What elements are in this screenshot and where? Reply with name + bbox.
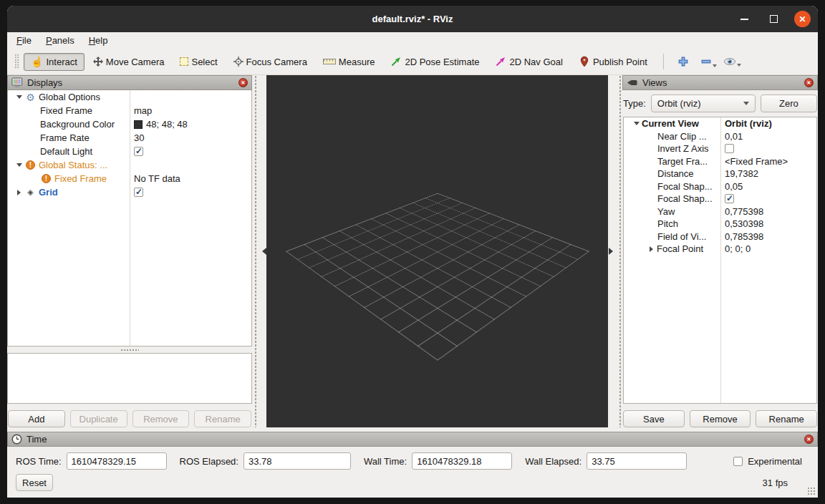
property-value-cell: map <box>130 105 251 116</box>
wall-elapsed-input[interactable] <box>587 452 687 470</box>
tool-move-camera[interactable]: Move Camera <box>86 53 172 71</box>
views-panel-header: Views <box>622 75 818 90</box>
views-tree: Current ViewOrbit (rviz)Near Clip ...0,0… <box>623 117 817 404</box>
experimental-checkbox[interactable] <box>733 457 743 466</box>
right-panel-splitter[interactable] <box>608 75 622 427</box>
property-name-cell: Focal Shap... <box>624 193 720 204</box>
displays-close-button[interactable] <box>238 78 248 87</box>
reset-button[interactable]: Reset <box>16 474 53 491</box>
ros-time-field: ROS Time: <box>16 452 167 470</box>
add-tool-button[interactable] <box>672 53 694 70</box>
property-row-frame-rate[interactable]: Frame Rate30 <box>8 131 251 145</box>
splitter-dots <box>120 349 139 352</box>
property-row-invert-z-axis[interactable]: Invert Z Axis <box>624 142 816 155</box>
property-value-cell: 48; 48; 48 <box>130 119 251 130</box>
chevron-down-icon <box>713 64 717 69</box>
tool-visibility-button[interactable] <box>718 54 741 69</box>
property-row-focal-point[interactable]: Focal Point0; 0; 0 <box>624 243 816 256</box>
tool-2d-pose-estimate[interactable]: 2D Pose Estimate <box>383 52 486 71</box>
property-row-yaw[interactable]: Yaw0,775398 <box>624 205 816 218</box>
property-row-grid[interactable]: ◈Grid <box>8 185 251 199</box>
tool-focus-camera[interactable]: Focus Camera <box>226 53 314 71</box>
menu-item-panels[interactable]: Panels <box>46 35 74 46</box>
property-row-near-clip[interactable]: Near Clip ...0,01 <box>624 130 816 143</box>
tool-2d-nav-goal[interactable]: 2D Nav Goal <box>488 52 569 71</box>
property-row-background-color[interactable]: Background Color48; 48; 48 <box>8 117 251 131</box>
3d-viewport[interactable] <box>266 75 608 427</box>
property-value-cell: 0; 0; 0 <box>720 243 816 254</box>
add-button[interactable]: Add <box>8 410 65 427</box>
collapse-left-arrow-icon[interactable] <box>259 248 266 255</box>
property-row-default-light[interactable]: Default Light <box>8 145 251 158</box>
view-type-value: Orbit (rviz) <box>657 98 743 109</box>
property-row-pitch[interactable]: Pitch0,530398 <box>624 218 816 231</box>
tool-interact[interactable]: ☝Interact <box>24 53 85 71</box>
property-row-global-status[interactable]: Global Status: ... <box>8 158 251 172</box>
property-value-cell <box>130 188 251 197</box>
window-title: default.rviz* - RViz <box>372 14 453 24</box>
expander-open-icon[interactable] <box>14 160 24 170</box>
property-row-field-of-vi[interactable]: Field of Vi...0,785398 <box>624 231 816 243</box>
close-button[interactable]: ✕ <box>794 11 811 27</box>
menu-item-file[interactable]: File <box>16 35 32 46</box>
property-name: Background Color <box>40 119 115 130</box>
property-name: Current View <box>642 118 699 129</box>
views-close-button[interactable] <box>804 78 814 87</box>
property-name: Fixed Frame <box>54 173 107 184</box>
property-row-distance[interactable]: Distance19,7382 <box>624 168 816 180</box>
collapse-right-arrow-icon[interactable] <box>609 248 617 255</box>
left-panel-splitter[interactable] <box>252 75 266 427</box>
tool-measure[interactable]: Measure <box>316 53 382 71</box>
property-row-target-fra[interactable]: Target Fra...<Fixed Frame> <box>624 155 816 168</box>
expander-closed-icon[interactable] <box>646 246 657 252</box>
pose-arrow-icon <box>390 56 402 67</box>
property-row-fixed-frame[interactable]: Fixed Framemap <box>8 104 251 117</box>
property-name: Fixed Frame <box>40 105 92 116</box>
views-camera-icon <box>627 77 638 88</box>
property-checkbox[interactable] <box>725 144 734 153</box>
property-row-focal-shap[interactable]: Focal Shap... <box>624 193 816 205</box>
property-checkbox[interactable] <box>134 188 143 197</box>
tool-publish-point[interactable]: Publish Point <box>571 52 655 71</box>
expander-open-icon[interactable] <box>631 119 642 128</box>
property-name: Grid <box>39 187 58 198</box>
property-name: Near Clip ... <box>657 131 707 142</box>
maximize-button[interactable] <box>765 11 782 28</box>
toolbar-drag-handle[interactable] <box>14 54 19 69</box>
ros-elapsed-input[interactable] <box>243 452 351 470</box>
wall-time-input[interactable] <box>412 452 512 470</box>
displays-splitter-handle[interactable] <box>7 346 252 353</box>
remove-button[interactable]: Remove <box>690 410 751 427</box>
property-name-cell: Fixed Frame <box>8 173 130 184</box>
property-name: Invert Z Axis <box>657 143 709 154</box>
property-row-current-view[interactable]: Current ViewOrbit (rviz) <box>624 117 816 130</box>
property-name-cell: Yaw <box>624 206 720 217</box>
tool-label: Focus Camera <box>246 57 307 67</box>
expander-open-icon[interactable] <box>14 92 24 102</box>
menu-item-help[interactable]: Help <box>89 35 108 46</box>
resize-grip[interactable] <box>807 487 816 495</box>
property-row-fixed-frame[interactable]: Fixed FrameNo TF data <box>8 172 251 185</box>
rename-button[interactable]: Rename <box>756 410 817 427</box>
ros-time-input[interactable] <box>67 452 167 470</box>
property-name: Focal Shap... <box>657 193 713 204</box>
minimize-button[interactable] <box>735 11 753 28</box>
property-name-cell: Background Color <box>8 119 130 130</box>
tool-select[interactable]: Select <box>173 53 224 71</box>
ground-grid <box>285 193 589 361</box>
remove-tool-button[interactable] <box>695 53 717 70</box>
property-row-focal-shap[interactable]: Focal Shap...0,05 <box>624 180 816 193</box>
property-row-global-options[interactable]: ⚙Global Options <box>8 90 251 104</box>
time-close-button[interactable] <box>804 435 814 444</box>
view-type-dropdown[interactable]: Orbit (rviz) <box>651 94 756 112</box>
save-button[interactable]: Save <box>623 410 685 427</box>
property-checkbox[interactable] <box>134 147 143 156</box>
time-fields: ROS Time:ROS Elapsed:Wall Time:Wall Elap… <box>7 447 818 472</box>
expander-closed-icon[interactable] <box>14 190 24 195</box>
zero-button[interactable]: Zero <box>761 94 817 112</box>
property-checkbox[interactable] <box>725 194 734 203</box>
property-value: 0; 0; 0 <box>725 243 751 254</box>
property-name-cell: ⚙Global Options <box>8 92 130 102</box>
clock-icon <box>11 434 22 445</box>
rename-button: Rename <box>194 410 251 427</box>
